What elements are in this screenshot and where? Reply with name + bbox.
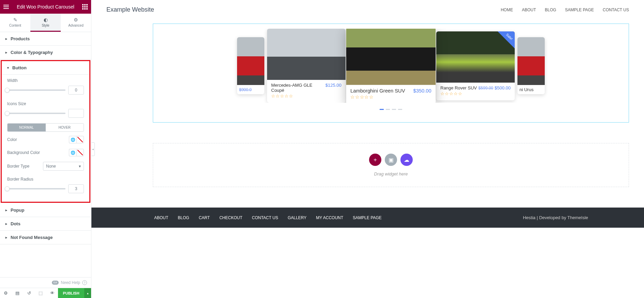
editor-sidebar: Edit Woo Product Carousel ✎Content ◐Styl…: [0, 0, 91, 298]
width-input[interactable]: [68, 86, 84, 95]
menu-icon[interactable]: [3, 5, 9, 9]
product-card-active[interactable]: Lamborghini Green SUV $350.00 ☆☆☆☆☆: [346, 29, 436, 103]
product-image: [517, 37, 545, 85]
product-card[interactable]: Mercedes-AMG GLE Coupé ☆☆☆☆☆ $125.00: [267, 29, 346, 103]
section-button[interactable]: ▾Button: [2, 61, 89, 75]
caret-down-icon: ▾: [7, 66, 9, 70]
gear-icon: ⚙: [4, 290, 8, 296]
chevron-down-icon: ▾: [79, 164, 81, 169]
history-icon: ↺: [27, 290, 31, 296]
product-price: $599.00$500.00: [479, 85, 511, 90]
border-radius-input[interactable]: [68, 184, 84, 193]
nav-blog[interactable]: BLOG: [545, 8, 556, 12]
icons-size-slider[interactable]: [7, 113, 65, 114]
footer-link-blog[interactable]: BLOG: [178, 215, 189, 220]
product-name: Lamborghini Green SUV: [350, 88, 405, 94]
history-button[interactable]: ↺: [23, 288, 35, 298]
caret-right-icon: ▸: [5, 222, 7, 226]
add-block-button[interactable]: ☁: [400, 154, 413, 166]
control-width: Width: [2, 75, 89, 98]
tab-advanced[interactable]: ⚙Advanced: [61, 14, 91, 32]
globe-icon[interactable]: 🌐: [69, 136, 76, 143]
color-swatch[interactable]: [76, 136, 84, 143]
preview-button[interactable]: 👁: [46, 288, 58, 298]
product-carousel[interactable]: $900.0 Mercedes-AMG GLE Coupé ☆☆☆☆☆ $125…: [153, 24, 629, 123]
globe-icon[interactable]: 🌐: [69, 149, 76, 156]
product-image: [267, 29, 346, 80]
icons-size-input[interactable]: [68, 109, 84, 118]
help-bar[interactable]: EA Need Help ?: [0, 277, 91, 288]
nav-sample-page[interactable]: SAMPLE PAGE: [565, 8, 594, 12]
border-type-select[interactable]: None▾: [43, 162, 84, 171]
widgets-icon[interactable]: [82, 4, 88, 10]
bgcolor-swatch[interactable]: [76, 149, 84, 156]
ea-badge: EA: [52, 281, 59, 285]
product-card[interactable]: Sale! Range Rover SUV ☆☆☆☆☆ $599.00$500.…: [436, 31, 515, 100]
drop-zone-text: Drag widget here: [163, 171, 618, 176]
width-label: Width: [7, 78, 84, 83]
gear-icon: ⚙: [62, 17, 89, 23]
state-tab-normal[interactable]: NORMAL: [8, 124, 46, 131]
control-border-type: Border Type None▾: [2, 159, 89, 173]
responsive-icon: ⬚: [39, 290, 43, 296]
eye-icon: 👁: [50, 290, 55, 296]
pencil-icon: ✎: [2, 17, 29, 23]
dot[interactable]: [380, 109, 384, 110]
navigator-button[interactable]: ▤: [12, 288, 23, 298]
product-card-edge-left[interactable]: $900.0: [237, 37, 264, 94]
control-color: Color 🌐: [2, 133, 89, 146]
add-template-button[interactable]: ▣: [385, 154, 397, 166]
nav-home[interactable]: HOME: [501, 8, 513, 12]
footer-link-account[interactable]: MY ACCOUNT: [316, 215, 343, 220]
dot[interactable]: [398, 109, 402, 110]
rating-stars: ☆☆☆☆☆: [350, 94, 374, 100]
footer-link-contact[interactable]: CONTACT US: [252, 215, 278, 220]
add-section-button[interactable]: ＋: [369, 154, 381, 166]
footer-link-sample[interactable]: SAMPLE PAGE: [353, 215, 381, 220]
nav-about[interactable]: ABOUT: [522, 8, 536, 12]
contrast-icon: ◐: [32, 17, 59, 23]
product-name: Mercedes-AMG GLE Coupé: [271, 83, 325, 93]
responsive-button[interactable]: ⬚: [35, 288, 46, 298]
site-footer: ABOUT BLOG CART CHECKOUT CONTACT US GALL…: [91, 208, 644, 228]
footer-link-checkout[interactable]: CHECKOUT: [219, 215, 242, 220]
footer-link-about[interactable]: ABOUT: [154, 215, 168, 220]
slider-thumb[interactable]: [5, 111, 10, 116]
state-tab-hover[interactable]: HOVER: [46, 124, 84, 131]
product-image: [346, 29, 436, 85]
primary-nav: HOME ABOUT BLOG SAMPLE PAGE CONTACT US: [501, 8, 629, 12]
rating-stars: ☆☆☆☆☆: [440, 91, 477, 96]
dot[interactable]: [386, 109, 390, 110]
tab-style[interactable]: ◐Style: [30, 14, 61, 32]
tab-content[interactable]: ✎Content: [0, 14, 30, 32]
dot[interactable]: [392, 109, 396, 110]
panel-collapse-handle[interactable]: ◂: [91, 142, 95, 156]
widget-drop-zone[interactable]: ＋ ▣ ☁ Drag widget here: [153, 143, 629, 187]
section-color-typography[interactable]: ▸Color & Typography: [0, 46, 91, 59]
settings-button[interactable]: ⚙: [0, 288, 12, 298]
footer-link-cart[interactable]: CART: [199, 215, 210, 220]
width-slider[interactable]: [7, 89, 65, 91]
nav-contact[interactable]: CONTACT US: [603, 8, 629, 12]
caret-right-icon: ▸: [5, 51, 7, 54]
border-radius-label: Border Radius: [7, 177, 84, 182]
section-dots[interactable]: ▸Dots: [0, 217, 91, 231]
sidebar-header: Edit Woo Product Carousel: [0, 0, 91, 14]
footer-link-gallery[interactable]: GALLERY: [288, 215, 306, 220]
caret-right-icon: ▸: [5, 236, 7, 239]
section-products[interactable]: ▸Products: [0, 32, 91, 46]
publish-options-button[interactable]: ▴: [84, 288, 91, 298]
slider-thumb[interactable]: [5, 88, 10, 93]
section-popup[interactable]: ▸Popup: [0, 203, 91, 217]
carousel-track: $900.0 Mercedes-AMG GLE Coupé ☆☆☆☆☆ $125…: [153, 29, 629, 103]
section-not-found[interactable]: ▸Not Found Message: [0, 231, 91, 244]
site-title: Example Website: [106, 6, 154, 13]
publish-button[interactable]: PUBLISH: [58, 288, 84, 298]
product-price: $125.00: [325, 83, 341, 88]
sidebar-bottom-bar: ⚙ ▤ ↺ ⬚ 👁 PUBLISH ▴: [0, 288, 91, 298]
border-radius-slider[interactable]: [7, 188, 65, 189]
slider-thumb[interactable]: [5, 186, 10, 191]
help-icon: ?: [82, 280, 87, 285]
product-card-edge-right[interactable]: ni Urus: [517, 37, 545, 94]
panel-title: Edit Woo Product Carousel: [17, 4, 74, 10]
